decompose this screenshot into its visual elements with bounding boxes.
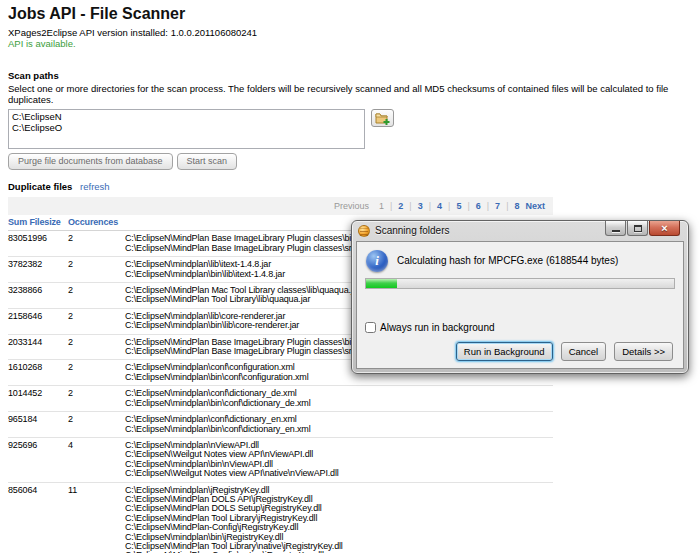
close-icon: × <box>661 223 667 234</box>
pagination-separator: | <box>467 201 469 211</box>
pagination-separator: | <box>506 201 508 211</box>
app-icon <box>358 225 370 237</box>
page-title: Jobs API - File Scanner <box>8 5 692 23</box>
dialog-message: Calculating hash for MPCFG.exe (6188544 … <box>397 255 618 266</box>
folder-plus-icon <box>375 112 390 125</box>
column-header-sum-filesize[interactable]: Sum Filesize <box>8 218 68 227</box>
maximize-button[interactable] <box>627 221 648 236</box>
table-row: 856064 11 C:\EclipseN\mindplan\jRegistry… <box>8 483 553 553</box>
occurences-cell: 4 <box>68 441 125 479</box>
start-scan-button[interactable]: Start scan <box>177 153 238 170</box>
api-status-text: API is available. <box>8 38 692 49</box>
sum-filesize-cell: 83051996 <box>8 234 68 253</box>
dialog-buttons: Run in Background Cancel Details >> <box>456 342 673 361</box>
sum-filesize-cell: 2033144 <box>8 338 68 357</box>
add-folder-button[interactable] <box>371 109 394 127</box>
minimize-icon <box>612 230 620 232</box>
window-controls: × <box>605 221 680 236</box>
sum-filesize-cell: 3238866 <box>8 286 68 305</box>
info-icon: i <box>366 250 388 272</box>
details-button[interactable]: Details >> <box>614 342 673 361</box>
paths-cell: C:\EclipseN\mindplan\jRegistryKey.dllC:\… <box>125 486 553 553</box>
pagination-separator: | <box>448 201 450 211</box>
scan-actions: Purge file documents from database Start… <box>8 153 692 170</box>
file-path: C:\EclipseN\mindplan\bin\conf\configurat… <box>125 373 553 382</box>
occurences-cell: 2 <box>68 415 125 434</box>
progress-fill <box>366 279 397 288</box>
paths-cell: C:\EclipseN\mindplan\conf\dictionary_de.… <box>125 389 553 408</box>
pagination-separator: | <box>409 201 411 211</box>
sum-filesize-cell: 2158646 <box>8 312 68 331</box>
sum-filesize-cell: 1014452 <box>8 389 68 408</box>
table-row: 1014452 2 C:\EclipseN\mindplan\conf\dict… <box>8 386 553 412</box>
sum-filesize-cell: 3782382 <box>8 260 68 279</box>
maximize-icon <box>634 225 642 232</box>
scanning-folders-dialog: Scanning folders × i Calculating hash fo… <box>351 220 689 374</box>
pagination: Previous1|2|3|4|5|6|7|8Next <box>8 197 553 215</box>
pagination-page-6[interactable]: 6 <box>476 201 481 211</box>
close-button[interactable]: × <box>649 221 680 236</box>
api-version-line: XPages2Eclipse API version installed: 1.… <box>8 27 692 38</box>
paths-cell: C:\EclipseN\mindplan\nViewAPI.dllC:\Ecli… <box>125 441 553 479</box>
scan-paths-row <box>8 109 692 149</box>
always-run-checkbox[interactable] <box>365 322 376 333</box>
table-row: 925696 4 C:\EclipseN\mindplan\nViewAPI.d… <box>8 438 553 483</box>
refresh-link[interactable]: refresh <box>80 181 110 192</box>
occurences-cell: 2 <box>68 389 125 408</box>
duplicate-files-header: Duplicate files refresh <box>8 181 692 192</box>
dialog-body: i Calculating hash for MPCFG.exe (618854… <box>356 241 684 369</box>
pagination-next[interactable]: Next <box>525 201 545 211</box>
pagination-previous: Previous <box>334 201 369 211</box>
paths-cell: C:\EclipseN\mindplan\conf\dictionary_en.… <box>125 415 553 434</box>
pagination-page-3[interactable]: 3 <box>418 201 423 211</box>
duplicate-files-heading: Duplicate files <box>8 181 72 192</box>
sum-filesize-cell: 925696 <box>8 441 68 479</box>
scan-paths-heading: Scan paths <box>8 70 692 81</box>
sum-filesize-cell: 965184 <box>8 415 68 434</box>
table-row: 965184 2 C:\EclipseN\mindplan\conf\dicti… <box>8 412 553 438</box>
pagination-page-4[interactable]: 4 <box>437 201 442 211</box>
pagination-page-7[interactable]: 7 <box>495 201 500 211</box>
purge-button[interactable]: Purge file documents from database <box>8 153 173 170</box>
pagination-current-page: 1 <box>379 201 384 211</box>
occurences-cell: 2 <box>68 260 125 279</box>
pagination-page-2[interactable]: 2 <box>398 201 403 211</box>
occurences-cell: 2 <box>68 286 125 305</box>
column-header-occurences[interactable]: Occurences <box>68 218 125 227</box>
sum-filesize-cell: 1610268 <box>8 363 68 382</box>
progress-bar <box>365 278 675 289</box>
occurences-cell: 11 <box>68 486 125 553</box>
sum-filesize-cell: 856064 <box>8 486 68 553</box>
file-path: C:\EclipseN\mindplan\bin\conf\dictionary… <box>125 399 553 408</box>
occurences-cell: 2 <box>68 338 125 357</box>
scan-paths-description: Select one or more directories for the s… <box>8 83 692 105</box>
cancel-button[interactable]: Cancel <box>561 342 607 361</box>
pagination-separator: | <box>429 201 431 211</box>
pagination-separator: | <box>390 201 392 211</box>
pagination-page-5[interactable]: 5 <box>456 201 461 211</box>
minimize-button[interactable] <box>605 221 626 236</box>
occurences-cell: 2 <box>68 312 125 331</box>
pagination-page-8[interactable]: 8 <box>514 201 519 211</box>
pagination-separator: | <box>487 201 489 211</box>
file-path: C:\EclipseN\Weilgut Notes view API\nativ… <box>125 469 553 478</box>
always-run-label: Always run in background <box>380 322 495 333</box>
always-run-row: Always run in background <box>365 322 495 333</box>
occurences-cell: 2 <box>68 363 125 382</box>
scan-paths-textarea[interactable] <box>8 109 365 149</box>
occurences-cell: 2 <box>68 234 125 253</box>
file-path: C:\EclipseN\mindplan\bin\conf\dictionary… <box>125 425 553 434</box>
run-in-background-button[interactable]: Run in Background <box>456 342 553 361</box>
